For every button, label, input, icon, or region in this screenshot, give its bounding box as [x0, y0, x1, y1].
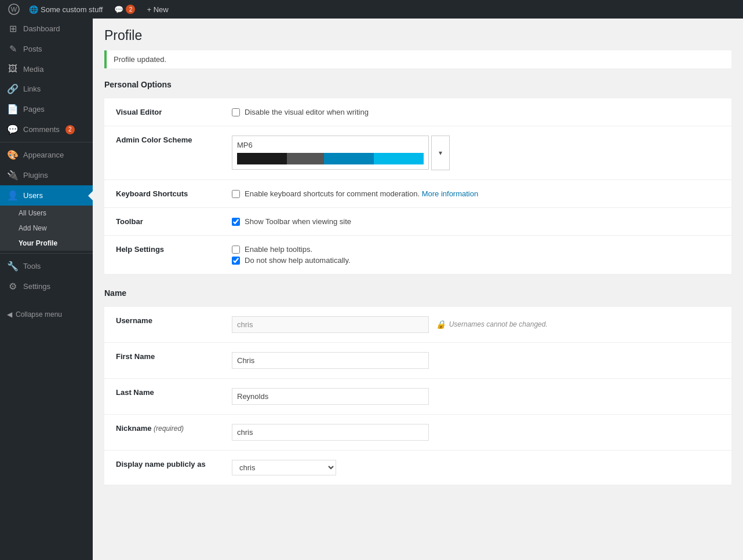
sidebar-item-dashboard[interactable]: ⊞ Dashboard [0, 19, 93, 39]
collapse-menu-button[interactable]: ◀ Collapse menu [0, 306, 93, 323]
color-swatches [237, 153, 424, 164]
personal-options-title: Personal Options [104, 80, 731, 89]
name-form-table: Username 🔒 Usernames cannot be changed. … [104, 307, 731, 485]
site-globe-icon: 🌐 [29, 5, 38, 14]
username-input [232, 316, 429, 333]
toolbar-checkbox[interactable] [232, 218, 240, 226]
toolbar-label: Toolbar [104, 208, 220, 236]
keyboard-shortcuts-checkbox[interactable] [232, 190, 240, 198]
comments-nav-icon: 💬 [7, 124, 19, 135]
color-scheme-option-mp6[interactable]: MP6 [232, 136, 429, 170]
nickname-input[interactable] [232, 424, 429, 441]
keyboard-shortcuts-label: Keyboard Shortcuts [104, 180, 220, 208]
sidebar-label-plugins: Plugins [23, 171, 48, 180]
sidebar-item-links[interactable]: 🔗 Links [0, 79, 93, 99]
sidebar-sub-all-users[interactable]: All Users [0, 206, 93, 221]
toolbar-row: Toolbar Show Toolbar when viewing site [104, 208, 731, 236]
keyboard-shortcuts-cell: Enable keyboard shortcuts for comment mo… [220, 180, 731, 208]
sidebar-item-appearance[interactable]: 🎨 Appearance [0, 145, 93, 165]
no-auto-help-wrap: Do not show help automatically. [232, 256, 720, 265]
first-name-row: First Name [104, 343, 731, 379]
users-icon: 👤 [7, 190, 19, 201]
users-submenu: All Users Add New Your Profile [0, 206, 93, 251]
dashboard-icon: ⊞ [7, 23, 19, 34]
sidebar-label-settings: Settings [23, 282, 50, 291]
help-settings-row: Help Settings Enable help tooltips. Do n… [104, 236, 731, 274]
color-scheme-name: MP6 [237, 141, 424, 149]
no-auto-help-label[interactable]: Do not show help automatically. [245, 256, 351, 265]
sidebar-label-users: Users [23, 191, 43, 200]
visual-editor-cell: Disable the visual editor when writing [220, 98, 731, 126]
first-name-cell [220, 343, 731, 379]
nickname-label: Nickname (required) [104, 415, 220, 451]
posts-icon: ✎ [7, 43, 19, 54]
last-name-input[interactable] [232, 388, 429, 405]
keyboard-shortcuts-checkbox-wrap: Enable keyboard shortcuts for comment mo… [232, 189, 720, 198]
admin-bar: W 🌐 Some custom stuff 💬 2 + New [0, 0, 743, 19]
username-row: Username 🔒 Usernames cannot be changed. [104, 307, 731, 343]
keyboard-shortcuts-row: Keyboard Shortcuts Enable keyboard short… [104, 180, 731, 208]
profile-form-table: Visual Editor Disable the visual editor … [104, 98, 731, 274]
links-icon: 🔗 [7, 83, 19, 94]
color-scheme-select-wrap: MP6 ▾ [232, 136, 720, 170]
sidebar-item-users[interactable]: 👤 Users [0, 185, 93, 206]
username-cell: 🔒 Usernames cannot be changed. [220, 307, 731, 343]
last-name-label: Last Name [104, 379, 220, 415]
sidebar-item-media[interactable]: 🖼 Media [0, 59, 93, 79]
name-section-title: Name [104, 288, 731, 298]
first-name-label: First Name [104, 343, 220, 379]
pages-icon: 📄 [7, 104, 19, 115]
no-auto-help-checkbox[interactable] [232, 257, 240, 265]
toolbar-checkbox-label[interactable]: Show Toolbar when viewing site [245, 217, 351, 226]
swatch-3 [324, 153, 374, 164]
site-name-link[interactable]: 🌐 Some custom stuff [23, 0, 108, 19]
sidebar-item-comments[interactable]: 💬 Comments 2 [0, 119, 93, 140]
visual-editor-checkbox-wrap: Disable the visual editor when writing [232, 108, 720, 116]
visual-editor-checkbox-label[interactable]: Disable the visual editor when writing [245, 108, 369, 116]
sidebar-sub-your-profile[interactable]: Your Profile [0, 236, 93, 251]
comments-icon: 💬 [114, 5, 123, 14]
new-content-link[interactable]: + New [141, 0, 174, 19]
swatch-1 [237, 153, 287, 164]
color-scheme-row: Admin Color Scheme MP6 ▾ [104, 126, 731, 180]
appearance-icon: 🎨 [7, 149, 19, 160]
comments-badge: 2 [126, 5, 135, 14]
color-scheme-label: Admin Color Scheme [104, 126, 220, 180]
svg-text:W: W [11, 6, 17, 13]
sidebar-label-appearance: Appearance [23, 151, 64, 159]
help-settings-cell: Enable help tooltips. Do not show help a… [220, 236, 731, 274]
media-icon: 🖼 [7, 64, 19, 74]
sidebar-item-settings[interactable]: ⚙ Settings [0, 276, 93, 297]
sidebar-item-posts[interactable]: ✎ Posts [0, 39, 93, 59]
color-scheme-dropdown-arrow[interactable]: ▾ [431, 136, 450, 170]
sidebar-label-media: Media [23, 65, 43, 74]
visual-editor-row: Visual Editor Disable the visual editor … [104, 98, 731, 126]
first-name-input[interactable] [232, 352, 429, 369]
new-content-label: + New [147, 5, 168, 14]
collapse-arrow-icon: ◀ [7, 310, 12, 319]
enable-tooltips-checkbox[interactable] [232, 246, 240, 254]
sidebar-item-tools[interactable]: 🔧 Tools [0, 256, 93, 276]
updated-notice: Profile updated. [104, 50, 731, 68]
collapse-menu-label: Collapse menu [16, 310, 62, 319]
sidebar-item-pages[interactable]: 📄 Pages [0, 99, 93, 119]
sidebar-item-plugins[interactable]: 🔌 Plugins [0, 165, 93, 185]
comments-nav-badge: 2 [65, 125, 75, 134]
display-name-select-wrap: chris Chris Reynolds Reynolds, Chris [232, 460, 720, 475]
sidebar-sub-add-new[interactable]: Add New [0, 221, 93, 236]
sidebar-menu: ⊞ Dashboard ✎ Posts 🖼 Media 🔗 Links 📄 Pa… [0, 19, 93, 297]
plugins-icon: 🔌 [7, 170, 19, 181]
wp-logo[interactable]: W [5, 0, 23, 19]
enable-tooltips-label[interactable]: Enable help tooltips. [245, 245, 312, 254]
last-name-cell [220, 379, 731, 415]
toolbar-cell: Show Toolbar when viewing site [220, 208, 731, 236]
display-name-label: Display name publicly as [104, 451, 220, 485]
visual-editor-checkbox[interactable] [232, 108, 240, 116]
display-name-select[interactable]: chris Chris Reynolds Reynolds, Chris [232, 460, 336, 475]
comments-link[interactable]: 💬 2 [108, 0, 141, 19]
display-name-row: Display name publicly as chris Chris Rey… [104, 451, 731, 485]
keyboard-shortcuts-more-info[interactable]: More information [422, 189, 479, 198]
main-content: Profile Profile updated. Personal Option… [93, 19, 743, 560]
visual-editor-label: Visual Editor [104, 98, 220, 126]
sidebar-label-pages: Pages [23, 105, 45, 114]
